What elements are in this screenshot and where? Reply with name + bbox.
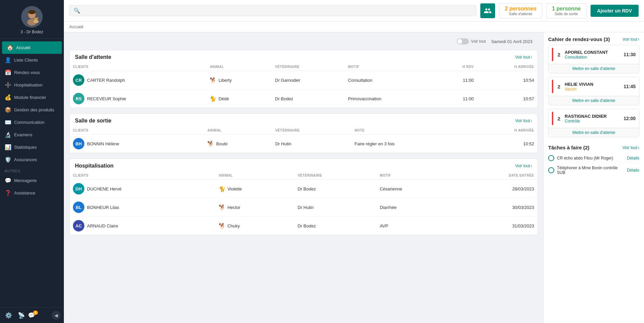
sidebar-item-rendez-vous[interactable]: 📅 Rendez-vous	[0, 66, 64, 79]
tasks-title: Tâches à faire (2)	[548, 145, 590, 150]
sidebar-item-module-financier[interactable]: 💰 Module financier	[0, 91, 64, 104]
rdv-type: Vaccin	[565, 87, 621, 92]
rdv-num: 2	[556, 52, 562, 58]
sidebar-item-gestion-produits[interactable]: 📦 Gestion des produits	[0, 104, 64, 116]
col-hrdv-sa: H RDV	[436, 63, 477, 71]
salle-sortie-section: Salle de sortie Voir tout › CLIENTS ANIM…	[69, 113, 538, 153]
col-clients-sa: CLIENTS	[70, 63, 206, 71]
task-details-link[interactable]: Détails	[627, 168, 639, 173]
sidebar-item-examens[interactable]: 🔬 Examens	[0, 129, 64, 141]
rdv-stripe	[552, 48, 553, 61]
user-icon: 👤	[5, 57, 11, 63]
rdv-card: 2 HELIE VIVIAN Vaccin 11:45 Mettre en sa…	[548, 77, 639, 105]
microscope-icon: 🔬	[5, 132, 11, 138]
sidebar-item-messagerie[interactable]: 💬 Messagerie	[0, 174, 64, 187]
rdv-stripe	[552, 112, 553, 125]
rdv-name: RASTIGNAC DIDIER	[565, 114, 621, 119]
sidebar-label-statistiques: Statistiques	[14, 145, 37, 150]
cahier-rdv-section: Cahier de rendez-vous (3) Voir tout › 2 …	[548, 36, 639, 141]
waiting-room-badge[interactable]: 2 personnes Salle d'attente	[499, 3, 542, 18]
add-rdv-button[interactable]: Ajouter un RDV	[591, 5, 639, 17]
notifications-icon[interactable]: 💬4	[29, 310, 39, 320]
chart-icon: 📊	[5, 144, 11, 150]
sidebar-item-assurances[interactable]: 🛡️ Assurances	[0, 153, 64, 166]
rdv-attente-button[interactable]: Mettre en salle d'attente	[549, 128, 639, 137]
sidebar-item-accueil[interactable]: 🏠 Accueil	[2, 41, 62, 54]
right-panel: Cahier de rendez-vous (3) Voir tout › 2 …	[543, 32, 644, 323]
hospitalisation-header: Hospitalisation Voir tout ›	[70, 159, 537, 172]
col-note-ss: NOTE	[351, 127, 470, 135]
salle-sortie-title: Salle de sortie	[75, 118, 112, 124]
salle-sortie-table: CLIENTS ANIMAL VÉTÉRINAIRE NOTE H Arrivé…	[70, 127, 537, 153]
settings-icon[interactable]: ⚙️	[3, 310, 13, 320]
task-text: Téléphoner à Mme Bonin contrôle SUB	[557, 166, 624, 175]
cahier-rdv-title: Cahier de rendez-vous (3)	[548, 36, 610, 42]
table-row[interactable]: BLBONHEUR Lilas 🐕Hector Dr Hutin Diarrhé…	[70, 198, 537, 217]
task-details-link[interactable]: Détails	[627, 156, 639, 160]
sidebar-label-communication: Communication	[14, 120, 44, 125]
sidebar-item-hospitalisation[interactable]: ➕ Hospitalisation	[0, 79, 64, 91]
search-icon: 🔍	[74, 7, 80, 14]
cahier-rdv-voir-tout[interactable]: Voir tout ›	[622, 37, 639, 42]
sidebar-label-rendez-vous: Rendez-vous	[14, 70, 40, 75]
rdv-info: HELIE VIVIAN Vaccin	[565, 82, 621, 92]
contact-icon-button[interactable]	[480, 3, 495, 18]
sidebar: 3 - Dr Bodez 🏠 Accueil 👤 Liste Clients 📅…	[0, 0, 64, 323]
sidebar-item-communication[interactable]: ✉️ Communication	[0, 116, 64, 129]
main-content: 🔍 2 personnes Salle d'attente 1 personne…	[64, 0, 644, 323]
table-row[interactable]: DHDUCHENE Hervé 🐈Violette Dr Bodez César…	[70, 180, 537, 198]
salle-attente-voir-tout[interactable]: Voir tout ›	[515, 55, 532, 60]
collapse-sidebar-button[interactable]: ◀	[52, 311, 61, 320]
col-animal-h: ANIMAL	[215, 172, 294, 180]
rdv-attente-button[interactable]: Mettre en salle d'attente	[549, 96, 639, 105]
help-icon: ❓	[5, 190, 11, 196]
col-date-h: DATE ENTRÉE	[453, 172, 537, 180]
notification-badge: 4	[33, 311, 38, 315]
date-display: Samedi 01 Avril 2023	[491, 39, 532, 44]
rdv-type: Consultation	[565, 55, 621, 60]
chevron-right-icon-hosp: ›	[531, 164, 532, 168]
sidebar-label-accueil: Accueil	[16, 45, 30, 50]
feed-icon[interactable]: 📡	[16, 310, 26, 320]
hospitalisation-table: CLIENTS ANIMAL VÉTÉRINAIRE MOTIF DATE EN…	[70, 172, 537, 235]
sidebar-item-statistiques[interactable]: 📊 Statistiques	[0, 141, 64, 153]
search-input[interactable]	[83, 8, 472, 13]
rdv-attente-button[interactable]: Mettre en salle d'attente	[549, 64, 639, 73]
task-checkbox[interactable]	[548, 167, 554, 173]
table-row[interactable]: BHBONNIN Hélène 🐕Boubi Dr Hutin Faire ré…	[70, 135, 537, 153]
calendar-icon: 📅	[5, 69, 11, 76]
tasks-voir-tout[interactable]: Voir tout ›	[622, 145, 639, 150]
table-row[interactable]: RSRECEVEUR Sophie 🐈Dédé Dr Bodez Primova…	[70, 89, 537, 108]
chevron-right-icon-tasks: ›	[638, 145, 639, 150]
salle-attente-table: CLIENTS ANIMAL VÉTÉRINAIRE MOTIF H RDV H…	[70, 63, 537, 108]
voir-tout-toggle-wrap: Voir tout	[457, 38, 486, 44]
hospital-icon: ➕	[5, 82, 11, 88]
voir-tout-toggle[interactable]	[457, 38, 469, 44]
rdv-time: 12:00	[623, 116, 636, 121]
rdv-card-top: 2 APOREL CONSTANT Consultation 11:30	[549, 45, 639, 64]
sidebar-item-liste-clients[interactable]: 👤 Liste Clients	[0, 54, 64, 66]
exit-room-badge[interactable]: 1 personne Salle de sortie	[546, 3, 586, 18]
col-motif-h: MOTIF	[376, 172, 453, 180]
col-vet-h: VÉTÉRINAIRE	[294, 172, 376, 180]
rdv-info: APOREL CONSTANT Consultation	[565, 50, 621, 60]
hospitalisation-voir-tout[interactable]: Voir tout ›	[515, 164, 532, 168]
sidebar-label-assurances: Assurances	[14, 157, 37, 162]
sidebar-bottom: ⚙️ 📡 💬4 ◀	[0, 307, 64, 323]
sidebar-label-liste-clients: Liste Clients	[14, 58, 38, 63]
salle-attente-header: Salle d'attente Voir tout ›	[70, 50, 537, 63]
salle-attente-section: Salle d'attente Voir tout › CLIENTS ANIM…	[69, 50, 538, 108]
task-checkbox[interactable]	[548, 155, 554, 161]
col-clients-ss: CLIENTS	[70, 127, 204, 135]
chevron-right-icon-sortie: ›	[531, 118, 532, 123]
toggle-thumb	[457, 39, 462, 44]
table-row[interactable]: CRCARTER Randolph 🐕Liberty Dr Garnodier …	[70, 71, 537, 89]
sidebar-user-section: 3 - Dr Bodez	[0, 0, 64, 39]
sidebar-item-assistance[interactable]: ❓ Assistance	[0, 187, 64, 199]
sidebar-nav: 🏠 Accueil 👤 Liste Clients 📅 Rendez-vous …	[0, 39, 64, 307]
tasks-section: Tâches à faire (2) Voir tout › CR écho a…	[548, 145, 639, 177]
table-row[interactable]: ACARNAUD Claire 🐕Chuky Dr Bodez AVP 31/0…	[70, 217, 537, 235]
task-item: CR écho abdo Filou (Mr Roger) Détails	[548, 153, 639, 164]
salle-sortie-voir-tout[interactable]: Voir tout ›	[515, 118, 532, 123]
top-row: Voir tout Samedi 01 Avril 2023	[69, 36, 538, 44]
